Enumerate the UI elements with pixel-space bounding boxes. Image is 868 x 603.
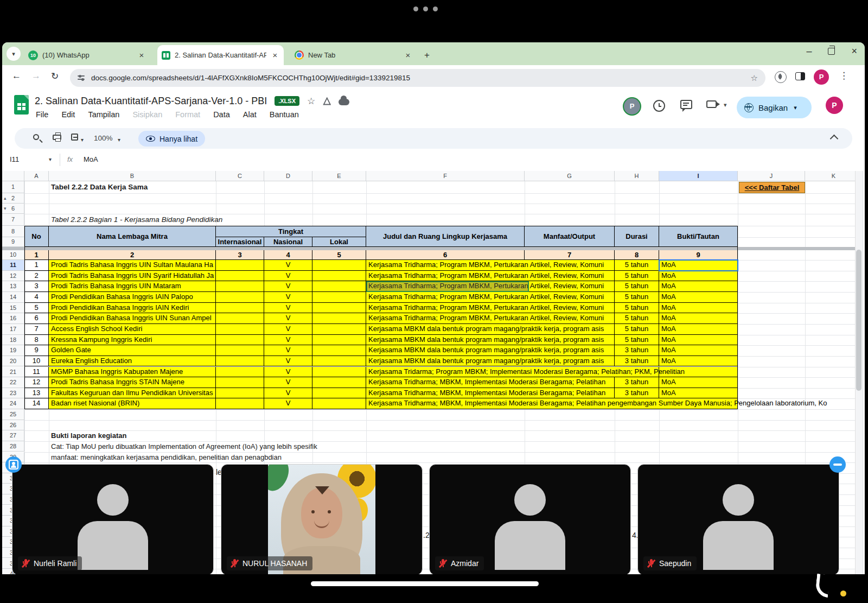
number-row-1[interactable]: 1 [24,250,49,260]
row-header-14[interactable]: 14 [2,292,24,303]
row-header-12[interactable]: 12 [2,271,24,282]
cell-D21[interactable]: V [264,367,312,378]
row-header-22[interactable]: 22 [2,377,24,388]
menu-file[interactable]: File [36,110,48,119]
scrollbar-thumb[interactable] [856,250,861,391]
menu-tampilan[interactable]: Tampilan [88,110,119,119]
cell-D24[interactable]: V [264,398,312,409]
col-header-B[interactable]: B [49,171,216,181]
cell-B27[interactable]: Bukti laporan kegiatan [51,430,126,441]
row-header-9[interactable]: 9 [2,237,24,247]
row-header-20[interactable]: 20 [2,356,24,367]
meeting-controls-handle[interactable] [413,7,438,11]
col-header-D[interactable]: D [264,171,312,181]
cell-F12[interactable]: Kerjasama Tridharma; Program MBKM, Pertu… [366,271,615,282]
cell-I17[interactable]: MoA [659,324,738,335]
cell-D17[interactable]: V [264,324,312,335]
cell-I14[interactable]: MoA [659,292,738,303]
menu-bantuan[interactable]: Bantuan [270,110,299,119]
cell-D18[interactable]: V [264,335,312,346]
cell-A20[interactable]: 10 [24,356,49,367]
name-box-caret-icon[interactable]: ▾ [49,156,52,162]
cell-I23[interactable]: MoA [659,388,738,399]
cell-E17[interactable] [312,324,366,335]
back-button[interactable]: ← [12,71,21,81]
number-row-8[interactable]: 8 [615,250,659,260]
document-title[interactable]: 2. Salinan Data-Kuantitatif-APS-Sarjana-… [35,96,267,107]
cell-E24[interactable] [312,398,366,409]
reload-button[interactable]: ↻ [51,71,59,82]
active-cell-I11[interactable] [659,259,738,271]
restore-button[interactable] [828,48,835,55]
cell-I20[interactable]: MoA [659,356,738,367]
cell-J1-link[interactable]: <<< Daftar Tabel [739,182,805,193]
cell-B13[interactable]: Prodi Tadris Bahasa Inggris UIN Mataram [49,281,216,292]
collaborator-avatar[interactable]: P [624,98,640,115]
header-tingkat[interactable]: Tingkat [216,226,366,237]
cell-A14[interactable]: 4 [24,292,49,303]
cell-B21[interactable]: MGMP Bahasa Inggris Kabupaten Majene [49,367,216,378]
header-manfaat[interactable]: Manfaat/Output [525,226,615,247]
row-header-13[interactable]: 13 [2,281,24,292]
cell-B24[interactable]: Badan riset Nasional (BRIN) [49,398,216,409]
forward-button[interactable]: → [31,71,41,81]
menu-edit[interactable]: Edit [61,110,75,119]
cell-E18[interactable] [312,335,366,346]
cell-F23[interactable]: Kerjasama Tridharma; MBKM, Implementasi … [366,388,615,399]
cell-I19[interactable]: MoA [659,345,738,356]
cell-D19[interactable]: V [264,345,312,356]
cell-B18[interactable]: Kressna Kampung Inggris Kediri [49,335,216,346]
cell-C12[interactable] [216,271,264,282]
cell-B23[interactable]: Fakultas Keguruan dan Ilmu Pendidikan Un… [49,388,216,399]
video-tile-1[interactable]: Nurleli Ramli [12,464,214,575]
zoom-level[interactable]: 100% [94,134,113,142]
row-header-21[interactable]: 21 [2,367,24,378]
cell-A11[interactable]: 1 [24,260,49,271]
cell-A18[interactable]: 8 [24,335,49,346]
cell-C13[interactable] [216,281,264,292]
cell-E14[interactable] [312,292,366,303]
cell-C14[interactable] [216,292,264,303]
cell-E21[interactable] [312,367,366,378]
cell-E19[interactable] [312,345,366,356]
number-row-6[interactable]: 6 [366,250,525,260]
cell-C24[interactable] [216,398,264,409]
cell-H17[interactable]: 5 tahun [615,324,659,335]
paint-format-icon[interactable] [71,134,78,141]
header-bukti[interactable]: Bukti/Tautan [659,226,738,247]
cell-H13[interactable]: 5 tahun [615,281,659,292]
header-lokal[interactable]: Lokal [312,237,366,247]
cell-A16[interactable]: 6 [24,313,49,324]
cell-A12[interactable]: 2 [24,271,49,282]
number-row-3[interactable]: 3 [216,250,264,260]
cell-D22[interactable]: V [264,377,312,388]
cell-C16[interactable] [216,313,264,324]
cell-H16[interactable]: 5 tahun [615,313,659,324]
cell-B20[interactable]: Eureka English Education [49,356,216,367]
row-header-10[interactable]: 10 [2,250,24,260]
tab-spreadsheet[interactable]: 2. Salinan Data-Kuantitatif-APS × [157,45,284,65]
cell-D23[interactable]: V [264,388,312,399]
cell-C21[interactable] [216,367,264,378]
row-header-19[interactable]: 19 [2,345,24,356]
cell-B22[interactable]: Prodi Tadris Bahasa Inggris STAIN Majene [49,377,216,388]
cell-E15[interactable] [312,303,366,314]
cell-H20[interactable]: 3 tahun [615,356,659,367]
cell-A19[interactable]: 9 [24,345,49,356]
col-header-E[interactable]: E [312,171,366,181]
cell-E16[interactable] [312,313,366,324]
formula-value[interactable]: MoA [84,155,98,163]
row-header-25[interactable]: 25 [2,409,24,420]
cell-A17[interactable]: 7 [24,324,49,335]
minimize-button[interactable]: – [806,46,812,57]
row-header-7[interactable]: 7 [2,214,24,226]
header-judul[interactable]: Judul dan Ruang Lingkup Kerjasama [366,226,525,247]
row-header-24[interactable]: 24 [2,398,24,409]
col-header-H[interactable]: H [615,171,659,181]
tab-new-tab[interactable]: New Tab × [290,45,417,65]
share-button[interactable]: Bagikan ▾ [737,97,812,118]
new-tab-button[interactable]: + [420,45,436,65]
share-caret-icon[interactable]: ▾ [794,104,797,111]
cell-D16[interactable]: V [264,313,312,324]
header-nasional[interactable]: Nasional [264,237,312,247]
